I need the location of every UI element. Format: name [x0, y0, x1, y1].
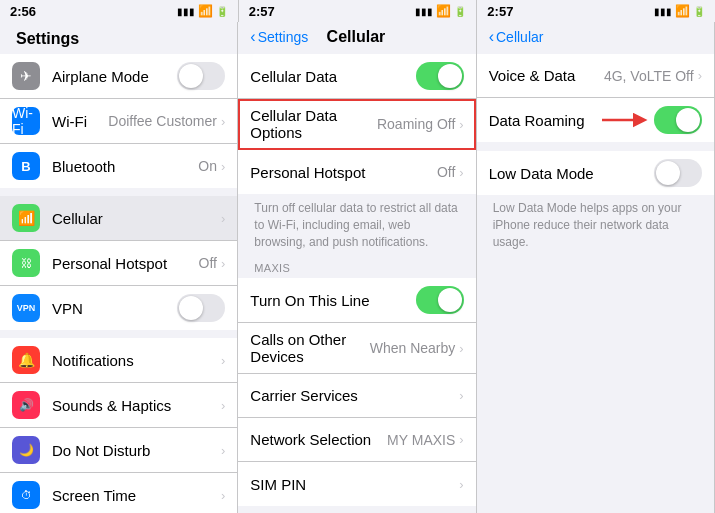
- notifications-row[interactable]: 🔔 Notifications ›: [0, 338, 237, 383]
- hotspot-icon: ⛓: [12, 249, 40, 277]
- personal-hotspot-chevron: ›: [459, 165, 463, 180]
- back-to-settings[interactable]: ‹ Settings: [250, 28, 308, 46]
- wifi-label: Wi-Fi: [52, 113, 108, 130]
- voice-data-value: 4G, VoLTE Off: [604, 68, 694, 84]
- screen-time-icon: ⏱: [12, 481, 40, 509]
- wifi-row[interactable]: Wi-Fi Wi-Fi Doiffee Customer ›: [0, 99, 237, 144]
- screen-time-row[interactable]: ⏱ Screen Time ›: [0, 473, 237, 513]
- network-selection-row[interactable]: Network Selection MY MAXIS ›: [238, 418, 475, 462]
- red-arrow-icon: [600, 109, 650, 131]
- personal-hotspot-label: Personal Hotspot: [250, 164, 437, 181]
- sim-pin-row[interactable]: SIM PIN ›: [238, 462, 475, 506]
- sounds-chevron: ›: [221, 398, 225, 413]
- airplane-icon: ✈: [12, 62, 40, 90]
- sounds-icon: 🔊: [12, 391, 40, 419]
- notifications-icon: 🔔: [12, 346, 40, 374]
- network-selection-value: MY MAXIS: [387, 432, 455, 448]
- turn-on-line-label: Turn On This Line: [250, 292, 415, 309]
- airplane-label: Airplane Mode: [52, 68, 177, 85]
- low-data-mode-toggle[interactable]: [654, 159, 702, 187]
- status-icons-3: ▮▮▮ 📶 🔋: [654, 4, 705, 18]
- vpn-icon: VPN: [12, 294, 40, 322]
- back-chevron: ‹: [250, 28, 255, 46]
- cellular-options-chevron: ›: [459, 117, 463, 132]
- bluetooth-label: Bluetooth: [52, 158, 198, 175]
- cellular-row[interactable]: 📶 Cellular ›: [0, 196, 237, 241]
- airplane-toggle[interactable]: [177, 62, 225, 90]
- maxis-label: MAXIS: [238, 256, 475, 278]
- low-data-mode-label: Low Data Mode: [489, 165, 654, 182]
- time-2: 2:57: [249, 4, 275, 19]
- calls-chevron: ›: [459, 341, 463, 356]
- airplane-row[interactable]: ✈ Airplane Mode: [0, 54, 237, 99]
- vpn-row[interactable]: VPN VPN: [0, 286, 237, 330]
- data-roaming-row[interactable]: Data Roaming: [477, 98, 714, 142]
- hotspot-chevron: ›: [221, 256, 225, 271]
- calls-other-devices-row[interactable]: Calls on Other Devices When Nearby ›: [238, 323, 475, 374]
- dnd-icon: 🌙: [12, 436, 40, 464]
- carrier-chevron: ›: [459, 388, 463, 403]
- wifi-icon: Wi-Fi: [12, 107, 40, 135]
- back-to-cellular[interactable]: ‹ Cellular: [489, 28, 544, 46]
- sounds-row[interactable]: 🔊 Sounds & Haptics ›: [0, 383, 237, 428]
- time-1: 2:56: [10, 4, 36, 19]
- low-data-mode-row[interactable]: Low Data Mode: [477, 151, 714, 195]
- time-3: 2:57: [487, 4, 513, 19]
- cellular-label: Cellular: [52, 210, 221, 227]
- calls-other-devices-value: When Nearby: [370, 340, 456, 356]
- status-icons-1: ▮▮▮ 📶 🔋: [177, 4, 228, 18]
- turn-on-line-row[interactable]: Turn On This Line: [238, 278, 475, 323]
- hotspot-value: Off: [199, 255, 217, 271]
- calls-other-devices-label: Calls on Other Devices: [250, 331, 369, 365]
- bluetooth-chevron: ›: [221, 159, 225, 174]
- bluetooth-row[interactable]: B Bluetooth On ›: [0, 144, 237, 188]
- network-chevron: ›: [459, 432, 463, 447]
- cellular-description: Turn off cellular data to restrict all d…: [238, 194, 475, 256]
- dnd-label: Do Not Disturb: [52, 442, 221, 459]
- cellular-data-options-value: Roaming Off: [377, 116, 455, 132]
- low-data-description: Low Data Mode helps apps on your iPhone …: [477, 196, 714, 258]
- cellular-options-panel: ‹ Cellular Voice & Data 4G, VoLTE Off › …: [477, 22, 715, 513]
- wifi-value: Doiffee Customer: [108, 113, 217, 129]
- cellular-data-toggle[interactable]: [416, 62, 464, 90]
- notifications-chevron: ›: [221, 353, 225, 368]
- cellular-nav: ‹ Settings Cellular: [238, 22, 475, 54]
- dnd-chevron: ›: [221, 443, 225, 458]
- personal-hotspot-row[interactable]: Personal Hotspot Off ›: [238, 150, 475, 194]
- back-chevron-2: ‹: [489, 28, 494, 46]
- voice-data-row[interactable]: Voice & Data 4G, VoLTE Off ›: [477, 54, 714, 98]
- status-icons-2: ▮▮▮ 📶 🔋: [415, 4, 466, 18]
- wifi-chevron: ›: [221, 114, 225, 129]
- cellular-data-options-label: Cellular Data Options: [250, 107, 377, 141]
- hotspot-label: Personal Hotspot: [52, 255, 199, 272]
- screen-time-label: Screen Time: [52, 487, 221, 504]
- personal-hotspot-value: Off: [437, 164, 455, 180]
- screen-time-chevron: ›: [221, 488, 225, 503]
- voice-data-label: Voice & Data: [489, 67, 604, 84]
- cellular-data-row[interactable]: Cellular Data: [238, 54, 475, 99]
- bluetooth-value: On: [198, 158, 217, 174]
- notifications-label: Notifications: [52, 352, 221, 369]
- carrier-services-row[interactable]: Carrier Services ›: [238, 374, 475, 418]
- back-cellular-label: Cellular: [496, 29, 543, 45]
- cellular-icon: 📶: [12, 204, 40, 232]
- sim-pin-label: SIM PIN: [250, 476, 459, 493]
- vpn-label: VPN: [52, 300, 177, 317]
- turn-on-line-toggle[interactable]: [416, 286, 464, 314]
- vpn-toggle[interactable]: [177, 294, 225, 322]
- network-selection-label: Network Selection: [250, 431, 387, 448]
- hotspot-row[interactable]: ⛓ Personal Hotspot Off ›: [0, 241, 237, 286]
- sim-pin-chevron: ›: [459, 477, 463, 492]
- sounds-label: Sounds & Haptics: [52, 397, 221, 414]
- options-nav: ‹ Cellular: [477, 22, 714, 54]
- voice-data-chevron: ›: [698, 68, 702, 83]
- cellular-panel: ‹ Settings Cellular Cellular Data Cellul…: [238, 22, 476, 513]
- cellular-chevron: ›: [221, 211, 225, 226]
- cellular-data-label: Cellular Data: [250, 68, 415, 85]
- cellular-data-options-row[interactable]: Cellular Data Options Roaming Off ›: [238, 99, 475, 150]
- data-roaming-toggle[interactable]: [654, 106, 702, 134]
- dnd-row[interactable]: 🌙 Do Not Disturb ›: [0, 428, 237, 473]
- carrier-services-label: Carrier Services: [250, 387, 459, 404]
- back-label: Settings: [258, 29, 309, 45]
- cellular-title: Cellular: [308, 28, 403, 46]
